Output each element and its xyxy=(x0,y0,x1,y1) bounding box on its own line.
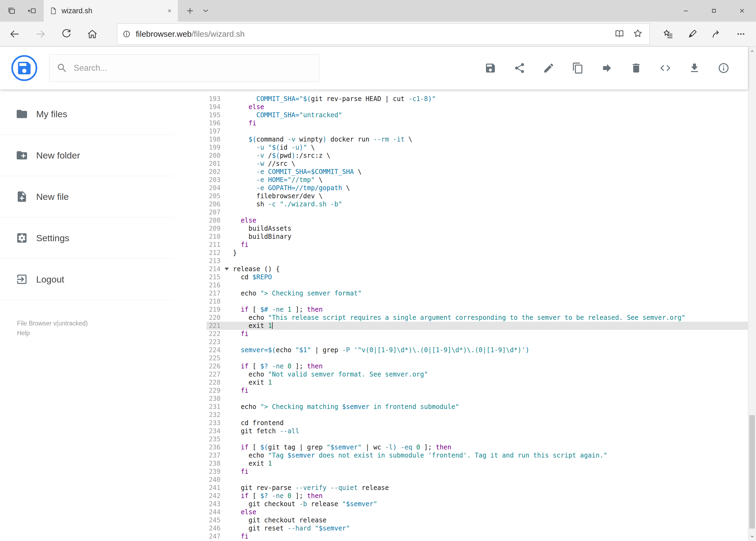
close-window-button[interactable] xyxy=(728,0,756,22)
more-button[interactable] xyxy=(730,23,752,45)
code-line[interactable]: 200 -v /$(pwd):/src:z \ xyxy=(174,152,748,160)
code-line[interactable]: 194 else xyxy=(174,103,748,111)
minimize-button[interactable] xyxy=(672,0,700,22)
code-line[interactable]: 230 xyxy=(174,395,748,403)
scroll-down-button[interactable] xyxy=(748,532,756,541)
move-button[interactable] xyxy=(601,62,613,74)
code-line[interactable]: 199 -u "$(id -u)" \ xyxy=(174,144,748,152)
code-line[interactable]: 221 exit 1 xyxy=(174,322,748,330)
address-bar[interactable]: filebrowser.web/files/wizard.sh xyxy=(117,24,650,45)
code-line[interactable]: 207 xyxy=(174,208,748,216)
code-line[interactable]: 218 xyxy=(174,297,748,305)
code-line[interactable]: 217 echo "> Checking semver format" xyxy=(174,289,748,297)
code-line[interactable]: 242 if [ $? -ne 0 ]; then xyxy=(174,492,748,500)
code-line[interactable]: 225 xyxy=(174,354,748,362)
code-line[interactable]: 241 git rev-parse --verify --quiet relea… xyxy=(174,484,748,492)
code-line[interactable]: 224 semver=$(echo "$1" | grep -P '^v(0|[… xyxy=(174,346,748,354)
web-note-button[interactable] xyxy=(681,23,704,45)
delete-button[interactable] xyxy=(630,62,642,74)
sidebar-item-new-folder[interactable]: New folder xyxy=(0,135,174,176)
code-line[interactable]: 214release () { xyxy=(174,265,748,273)
refresh-button[interactable] xyxy=(55,23,78,45)
copy-button[interactable] xyxy=(572,62,584,74)
info-button[interactable] xyxy=(718,62,730,74)
hub-favorites-button[interactable] xyxy=(657,23,679,45)
back-button[interactable] xyxy=(3,23,26,45)
rename-button[interactable] xyxy=(543,62,555,74)
scrollbar-thumb[interactable] xyxy=(749,415,755,529)
sidebar-item-logout[interactable]: Logout xyxy=(0,259,174,300)
code-line[interactable]: 198 $(command -v winpty) docker run --rm… xyxy=(174,135,748,144)
code-line[interactable]: 232 xyxy=(174,411,748,419)
code-line[interactable]: 219 if [ $# -ne 1 ]; then xyxy=(174,305,748,313)
reading-view-button[interactable] xyxy=(614,28,625,40)
code-line[interactable]: 202 -e COMMIT_SHA=$COMMIT_SHA \ xyxy=(174,168,748,176)
code-line[interactable]: 236 if [ $(git tag | grep "$semver" | wc… xyxy=(174,443,748,451)
code-line[interactable]: 193 COMMIT_SHA="$(git rev-parse HEAD | c… xyxy=(174,95,748,103)
save-button[interactable] xyxy=(484,62,496,74)
code-line[interactable]: 213 xyxy=(174,257,748,265)
add-favorite-button[interactable] xyxy=(632,28,643,40)
code-line[interactable]: 240 xyxy=(174,476,748,484)
share-button[interactable] xyxy=(514,62,526,74)
code-line[interactable]: 231 echo "> Checking matching $semver in… xyxy=(174,403,748,411)
search-input[interactable] xyxy=(74,63,312,73)
code-line[interactable]: 235 xyxy=(174,435,748,443)
code-line[interactable]: 201 -w //src \ xyxy=(174,160,748,168)
share-button[interactable] xyxy=(705,23,728,45)
scrollbar-track[interactable] xyxy=(748,56,756,532)
code-line[interactable]: 212} xyxy=(174,249,748,257)
code-line[interactable]: 227 echo "Not valid semver format. See s… xyxy=(174,370,748,378)
fold-arrow-icon[interactable] xyxy=(225,268,229,270)
scroll-up-button[interactable] xyxy=(748,47,756,56)
set-tabs-aside-button[interactable] xyxy=(24,3,40,19)
code-line[interactable]: 208 else xyxy=(174,216,748,225)
code-line[interactable]: 238 exit 1 xyxy=(174,459,748,467)
code-line[interactable]: 223 xyxy=(174,338,748,346)
code-line[interactable]: 195 COMMIT_SHA="untracked" xyxy=(174,111,748,119)
code-line[interactable]: 210 buildBinary xyxy=(174,233,748,241)
code-line[interactable]: 215 cd $REPO xyxy=(174,273,748,281)
code-line[interactable]: 245 git checkout release xyxy=(174,516,748,524)
code-line[interactable]: 204 -e GOPATH=//tmp/gopath \ xyxy=(174,184,748,192)
filebrowser-logo[interactable] xyxy=(11,55,37,81)
code-line[interactable]: 196 fi xyxy=(174,119,748,127)
code-line[interactable]: 237 echo "Tag $semver does not exist in … xyxy=(174,451,748,459)
site-info-icon[interactable] xyxy=(122,29,131,39)
home-button[interactable] xyxy=(81,23,104,45)
code-line[interactable]: 216 xyxy=(174,281,748,289)
code-line[interactable]: 243 git checkout -b release "$semver" xyxy=(174,500,748,508)
code-line[interactable]: 205 filebrowser/dev \ xyxy=(174,192,748,200)
sidebar-item-my-files[interactable]: My files xyxy=(0,94,174,135)
tabs-set-aside-button[interactable] xyxy=(4,3,19,19)
tab-preview-toggle[interactable] xyxy=(198,3,213,19)
code-line[interactable]: 209 buildAssets xyxy=(174,225,748,233)
code-line[interactable]: 246 git reset --hard "$semver" xyxy=(174,524,748,532)
sidebar-item-new-file[interactable]: New file xyxy=(0,176,174,218)
tab-wizard-sh[interactable]: wizard.sh xyxy=(44,0,178,22)
page-scrollbar[interactable] xyxy=(748,47,756,541)
code-line[interactable]: 226 if [ $? -ne 0 ]; then xyxy=(174,362,748,370)
code-line[interactable]: 211 fi xyxy=(174,241,748,249)
source-code-button[interactable] xyxy=(659,62,671,74)
code-line[interactable]: 233 cd frontend xyxy=(174,419,748,427)
code-line[interactable]: 247 fi xyxy=(174,532,748,540)
code-line[interactable]: 222 fi xyxy=(174,330,748,338)
code-line[interactable]: 228 exit 1 xyxy=(174,378,748,386)
code-line[interactable]: 229 fi xyxy=(174,386,748,395)
sidebar-item-settings[interactable]: Settings xyxy=(0,218,174,259)
code-line[interactable]: 239 fi xyxy=(174,467,748,476)
code-line[interactable]: 244 else xyxy=(174,508,748,516)
tab-close-icon[interactable] xyxy=(166,8,172,14)
new-tab-button[interactable] xyxy=(182,3,198,19)
maximize-button[interactable] xyxy=(700,0,728,22)
code-line[interactable]: 220 echo "This release script requires a… xyxy=(174,313,748,322)
code-line[interactable]: 234 git fetch --all xyxy=(174,427,748,435)
code-line[interactable]: 206 sh -c "./wizard.sh -b" xyxy=(174,200,748,208)
search-box[interactable] xyxy=(49,54,319,82)
code-line[interactable]: 203 -e HOME="//tmp" \ xyxy=(174,176,748,184)
code-editor[interactable]: 193 COMMIT_SHA="$(git rev-parse HEAD | c… xyxy=(174,89,748,541)
forward-button[interactable] xyxy=(29,23,52,45)
code-line[interactable]: 197 xyxy=(174,127,748,135)
help-link[interactable]: Help xyxy=(17,328,30,338)
